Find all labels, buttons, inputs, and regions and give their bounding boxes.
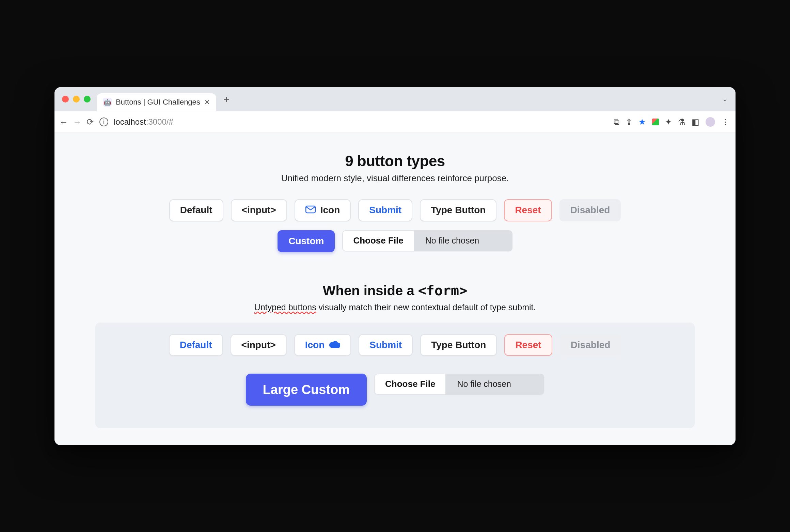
submit-button[interactable]: Submit [358, 199, 412, 221]
form-type-button-button[interactable]: Type Button [420, 334, 497, 356]
tab-title: Buttons | GUI Challenges [116, 98, 200, 107]
type-button-button[interactable]: Type Button [420, 199, 496, 221]
tabs-overflow-icon[interactable]: ⌄ [722, 95, 731, 103]
form-input-button[interactable]: <input> [231, 334, 287, 356]
input-button[interactable]: <input> [231, 199, 287, 221]
address-bar[interactable]: localhost:3000/# [114, 117, 173, 127]
form-title-code: <form> [418, 283, 468, 298]
icon-button-label: Icon [320, 205, 340, 215]
form-submit-button[interactable]: Submit [359, 334, 413, 356]
toolbar: ← → ⟳ i localhost:3000/# ⧉ ⇪ ★ ✦ ⚗ ◧ ⋮ [54, 111, 736, 133]
window-controls [59, 96, 93, 103]
file-status-text: No file chosen [414, 230, 512, 251]
open-external-icon[interactable]: ⧉ [614, 117, 619, 127]
form-button-row-1: Default <input> Icon Submit Type Button … [169, 334, 621, 356]
form-disabled-button: Disabled [560, 334, 621, 356]
button-row-1: Default <input> Icon Submit Type Button … [169, 199, 621, 221]
labs-flask-icon[interactable]: ⚗ [678, 117, 685, 127]
browser-tab[interactable]: 🤖 Buttons | GUI Challenges ✕ [97, 93, 216, 111]
file-choose-button[interactable]: Choose File [342, 230, 413, 251]
button-row-2: Custom Choose File No file chosen [278, 230, 512, 252]
form-icon-button[interactable]: Icon [294, 334, 351, 356]
form-title-prefix: When inside a [323, 283, 418, 298]
large-custom-button[interactable]: Large Custom [246, 374, 367, 406]
mail-icon [305, 205, 316, 215]
share-icon[interactable]: ⇪ [626, 117, 632, 127]
browser-window: 🤖 Buttons | GUI Challenges ✕ ＋ ⌄ ← → ⟳ i… [54, 87, 736, 445]
url-host: localhost [114, 117, 146, 126]
cloud-icon [329, 340, 340, 350]
bookmark-star-icon[interactable]: ★ [638, 117, 646, 127]
file-input[interactable]: Choose File No file chosen [342, 230, 512, 251]
form-sub-rest: visually match their new contextual defa… [316, 302, 536, 312]
form-icon-button-label: Icon [305, 340, 325, 350]
form-sub-underlined: Untyped buttons [254, 302, 316, 312]
custom-button[interactable]: Custom [278, 230, 335, 252]
page-subtitle: Unified modern style, visual differences… [281, 173, 509, 184]
extensions-icon[interactable]: ✦ [665, 117, 672, 127]
window-zoom-icon[interactable] [84, 96, 91, 103]
nav-back-icon[interactable]: ← [59, 118, 68, 126]
default-button[interactable]: Default [169, 199, 223, 221]
tab-close-icon[interactable]: ✕ [204, 98, 210, 106]
form-file-status-text: No file chosen [445, 374, 544, 395]
window-close-icon[interactable] [62, 96, 69, 103]
form-reset-button[interactable]: Reset [504, 334, 552, 356]
site-info-icon[interactable]: i [99, 118, 108, 126]
form-section-title: When inside a <form> [323, 283, 468, 298]
extension-color-icon[interactable] [652, 119, 659, 125]
icon-button[interactable]: Icon [295, 199, 351, 221]
form-panel: Default <input> Icon Submit Type Button … [95, 323, 695, 428]
form-file-choose-button[interactable]: Choose File [374, 374, 445, 395]
url-path: :3000/# [146, 117, 173, 126]
page-title: 9 button types [345, 153, 445, 170]
new-tab-button[interactable]: ＋ [220, 93, 233, 106]
window-minimize-icon[interactable] [73, 96, 80, 103]
reset-button[interactable]: Reset [504, 199, 552, 221]
profile-avatar-icon[interactable] [706, 117, 715, 127]
form-file-input[interactable]: Choose File No file chosen [374, 374, 544, 395]
nav-forward-icon[interactable]: → [73, 118, 82, 126]
page-content: 9 button types Unified modern style, vis… [54, 133, 736, 445]
nav-reload-icon[interactable]: ⟳ [86, 118, 94, 126]
tab-favicon: 🤖 [103, 98, 112, 107]
tab-strip: 🤖 Buttons | GUI Challenges ✕ ＋ ⌄ [54, 87, 736, 111]
form-button-row-2: Large Custom Choose File No file chosen [246, 374, 544, 406]
kebab-menu-icon[interactable]: ⋮ [721, 117, 729, 127]
form-section-subtitle: Untyped buttons visually match their new… [254, 302, 536, 312]
disabled-button: Disabled [559, 199, 621, 221]
side-panel-icon[interactable]: ◧ [692, 117, 699, 127]
form-default-button[interactable]: Default [169, 334, 223, 356]
